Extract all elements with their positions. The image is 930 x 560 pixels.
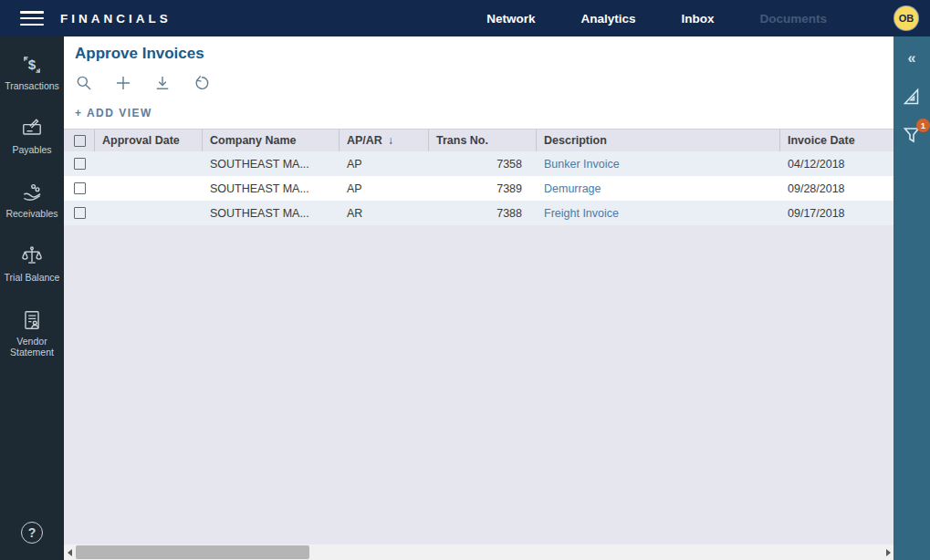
cell-approval-date [95,176,203,201]
sidebar-item-trial-balance[interactable]: Trial Balance [0,241,64,305]
sidebar-label: Receivables [5,209,57,220]
nav-analytics[interactable]: Analytics [580,12,635,26]
filter-count-badge: 1 [916,119,930,132]
cell-ap-ar: AR [340,201,429,225]
help-button[interactable]: ? [21,522,43,544]
menu-icon[interactable] [20,11,44,26]
help-icon: ? [28,525,37,540]
sidebar-item-vendor-statement[interactable]: Vendor Statement [0,305,64,368]
cell-company: SOUTHEAST MA... [203,151,340,176]
scroll-left-button[interactable] [64,544,75,560]
transactions-icon: $ [20,53,44,77]
undo-button[interactable] [193,74,211,92]
scrollbar-thumb[interactable] [76,545,309,559]
grid-header-row: Approval Date Company Name AP/AR ↓ Trans… [64,129,893,151]
row-checkbox[interactable] [74,207,86,219]
invoices-grid: Approval Date Company Name AP/AR ↓ Trans… [64,129,893,544]
column-header-ap-ar[interactable]: AP/AR ↓ [340,130,429,151]
design-tool-button[interactable] [899,84,925,109]
collapse-panel-button[interactable]: « [899,46,925,71]
scroll-right-button[interactable] [883,544,893,560]
cell-company: SOUTHEAST MA... [203,201,340,225]
download-icon [153,74,172,92]
sidebar-label: Transactions [5,81,59,92]
right-panel: « 1 [893,36,930,560]
sidebar-item-transactions[interactable]: $ Transactions [0,49,64,113]
search-button[interactable] [75,74,93,92]
sidebar-label: Trial Balance [5,273,60,284]
sidebar-item-receivables[interactable]: Receivables [0,177,64,241]
row-checkbox[interactable] [74,182,86,194]
cell-invoice-date: 09/28/2018 [780,176,893,201]
page-title: Approve Invoices [75,45,893,63]
user-avatar[interactable]: OB [894,6,918,30]
sidebar-item-payables[interactable]: Payables [0,113,64,177]
nav-inbox[interactable]: Inbox [681,12,714,26]
search-icon [75,74,93,92]
column-header-approval-date[interactable]: Approval Date [95,130,203,151]
sidebar-label: Vendor Statement [4,337,60,358]
cell-invoice-date: 04/12/2018 [780,151,893,176]
cell-description-link[interactable]: Demurrage [537,176,780,201]
toolbar [75,74,893,92]
add-button[interactable] [114,74,132,92]
horizontal-scrollbar[interactable] [64,544,893,560]
grid-empty-area [64,225,893,544]
top-navbar: FINANCIALS Network Analytics Inbox Docum… [0,0,930,36]
plus-icon [114,74,132,92]
add-view-button[interactable]: + ADD VIEW [75,107,152,119]
nav-documents[interactable]: Documents [759,12,827,26]
column-header-company-name[interactable]: Company Name [203,130,340,151]
set-square-icon [901,86,923,108]
app-title: FINANCIALS [60,12,172,26]
table-row[interactable]: SOUTHEAST MA... AP 7358 Bunker Invoice 0… [64,151,893,176]
top-nav-links: Network Analytics Inbox Documents OB [486,6,930,30]
undo-icon [193,74,211,92]
column-header-label: AP/AR [347,134,382,147]
cell-invoice-date: 09/17/2018 [780,201,893,225]
scroll-right-icon [886,549,891,556]
column-header-invoice-date[interactable]: Invoice Date [780,130,893,151]
cell-approval-date [95,201,203,225]
cell-trans-no: 7358 [429,151,537,176]
cell-trans-no: 7388 [429,201,537,225]
cell-ap-ar: AP [340,151,429,176]
svg-text:$: $ [28,57,37,72]
trial-balance-icon [20,244,44,268]
filter-button[interactable]: 1 [899,122,925,148]
app-root: FINANCIALS Network Analytics Inbox Docum… [0,0,930,560]
left-sidebar: $ Transactions Payables Receivables [0,36,64,560]
sort-desc-icon: ↓ [388,134,393,147]
collapse-icon: « [908,50,916,67]
receivables-icon [20,181,44,204]
sidebar-label: Payables [12,145,51,156]
cell-approval-date [95,151,203,176]
payables-icon [20,117,44,140]
cell-description-link[interactable]: Freight Invoice [537,201,780,225]
cell-trans-no: 7389 [429,176,537,201]
cell-description-link[interactable]: Bunker Invoice [537,151,780,176]
table-row[interactable]: SOUTHEAST MA... AP 7389 Demurrage 09/28/… [64,176,893,201]
scroll-left-icon [68,549,72,556]
table-row[interactable]: SOUTHEAST MA... AR 7388 Freight Invoice … [64,201,893,225]
content-header: Approve Invoices [64,36,893,129]
cell-ap-ar: AP [340,176,429,201]
download-button[interactable] [153,74,172,92]
main-content: Approve Invoices [64,36,893,560]
select-all-checkbox[interactable] [74,135,86,147]
column-header-trans-no[interactable]: Trans No. [429,130,537,151]
row-checkbox[interactable] [74,158,86,170]
vendor-statement-icon [20,308,44,332]
select-all-cell [64,130,95,151]
column-header-description[interactable]: Description [537,130,780,151]
cell-company: SOUTHEAST MA... [203,176,340,201]
nav-network[interactable]: Network [486,12,535,26]
